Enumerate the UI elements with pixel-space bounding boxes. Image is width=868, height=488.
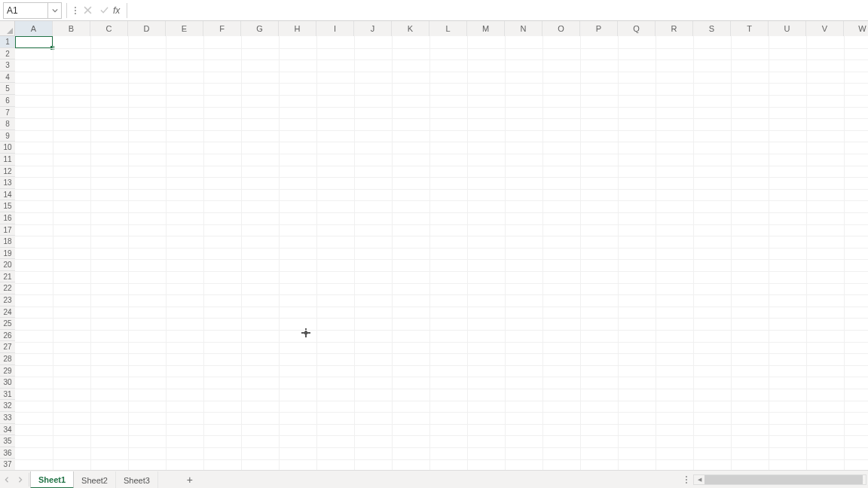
- sheet-nav-next[interactable]: [14, 471, 27, 488]
- tab-scroll-options[interactable]: [683, 472, 690, 487]
- column-header[interactable]: D: [128, 21, 166, 36]
- row-header[interactable]: 12: [0, 166, 15, 178]
- column-header[interactable]: R: [656, 21, 693, 36]
- chevron-right-icon: [17, 477, 23, 483]
- row-header[interactable]: 15: [0, 200, 15, 212]
- cancel-icon[interactable]: [79, 2, 96, 19]
- sheet-tab[interactable]: Sheet2: [74, 471, 116, 489]
- cells-area[interactable]: [15, 36, 868, 470]
- column-header[interactable]: M: [467, 21, 505, 36]
- name-box-dropdown[interactable]: [48, 2, 62, 19]
- column-header[interactable]: O: [542, 21, 580, 36]
- enter-icon[interactable]: [96, 2, 112, 19]
- row-header[interactable]: 18: [0, 236, 15, 248]
- sheet-tab[interactable]: Sheet3: [116, 471, 158, 489]
- scroll-left-icon[interactable]: ◀: [694, 475, 704, 484]
- column-header[interactable]: I: [316, 21, 354, 36]
- row-header[interactable]: 27: [0, 341, 15, 353]
- row-headers[interactable]: 1234567891011121314151617181920212223242…: [0, 36, 15, 470]
- row-header[interactable]: 14: [0, 189, 15, 201]
- column-header[interactable]: S: [693, 21, 731, 36]
- column-header[interactable]: U: [769, 21, 806, 36]
- sheet-tab[interactable]: Sheet1: [30, 471, 74, 489]
- separator: [127, 3, 127, 18]
- row-header[interactable]: 32: [0, 400, 15, 412]
- column-header[interactable]: E: [166, 21, 203, 36]
- expand-formula-icon[interactable]: [72, 2, 79, 19]
- row-header[interactable]: 30: [0, 377, 15, 389]
- horizontal-scrollbar[interactable]: ◀ ▶: [693, 474, 866, 485]
- column-header[interactable]: J: [354, 21, 392, 36]
- row-header[interactable]: 23: [0, 294, 15, 307]
- row-header[interactable]: 7: [0, 107, 15, 119]
- row-header[interactable]: 3: [0, 59, 15, 72]
- row-header[interactable]: 34: [0, 424, 15, 436]
- column-header[interactable]: A: [15, 21, 53, 36]
- separator: [29, 473, 29, 486]
- column-header[interactable]: N: [505, 21, 542, 36]
- row-header[interactable]: 20: [0, 259, 15, 271]
- column-header[interactable]: H: [279, 21, 316, 36]
- chevron-left-icon: [4, 477, 10, 483]
- row-header[interactable]: 33: [0, 412, 15, 424]
- row-header[interactable]: 4: [0, 72, 15, 84]
- row-header[interactable]: 36: [0, 447, 15, 459]
- row-header[interactable]: 5: [0, 83, 15, 95]
- column-header[interactable]: K: [392, 21, 429, 36]
- column-headers[interactable]: ABCDEFGHIJKLMNOPQRSTUVW: [15, 21, 868, 36]
- row-header[interactable]: 21: [0, 271, 15, 283]
- column-header[interactable]: W: [844, 21, 868, 36]
- row-header[interactable]: 35: [0, 435, 15, 447]
- row-header[interactable]: 13: [0, 177, 15, 189]
- row-header[interactable]: 10: [0, 142, 15, 154]
- row-header[interactable]: 37: [0, 459, 15, 470]
- column-header[interactable]: B: [53, 21, 90, 36]
- active-cell-outline[interactable]: [14, 35, 53, 49]
- formula-bar: fx: [0, 0, 868, 21]
- column-header[interactable]: V: [806, 21, 844, 36]
- row-header[interactable]: 2: [0, 48, 15, 60]
- row-header[interactable]: 22: [0, 282, 15, 294]
- column-header[interactable]: C: [90, 21, 128, 36]
- row-header[interactable]: 17: [0, 224, 15, 236]
- row-header[interactable]: 26: [0, 330, 15, 342]
- add-sheet-button[interactable]: +: [181, 471, 199, 488]
- column-header[interactable]: F: [203, 21, 241, 36]
- row-header[interactable]: 1: [0, 36, 15, 48]
- select-all-corner[interactable]: [0, 21, 15, 36]
- scroll-track[interactable]: [704, 475, 855, 484]
- scroll-thumb[interactable]: [704, 475, 863, 484]
- column-header[interactable]: T: [731, 21, 769, 36]
- fx-icon[interactable]: fx: [113, 5, 120, 16]
- row-header[interactable]: 29: [0, 365, 15, 377]
- sheet-nav-prev[interactable]: [0, 471, 14, 488]
- column-header[interactable]: L: [429, 21, 467, 36]
- separator: [66, 3, 67, 18]
- name-box[interactable]: [3, 2, 48, 19]
- row-header[interactable]: 9: [0, 130, 15, 142]
- row-header[interactable]: 11: [0, 154, 15, 166]
- column-header[interactable]: G: [241, 21, 279, 36]
- sheet-tabs: Sheet1Sheet2Sheet3: [31, 471, 158, 489]
- chevron-down-icon: [52, 8, 58, 14]
- row-header[interactable]: 24: [0, 307, 15, 319]
- row-header[interactable]: 16: [0, 212, 15, 224]
- formula-input[interactable]: [132, 2, 865, 19]
- row-header[interactable]: 6: [0, 95, 15, 107]
- sheet-tab-strip: Sheet1Sheet2Sheet3 + ◀ ▶: [0, 470, 868, 488]
- row-header[interactable]: 31: [0, 389, 15, 401]
- row-header[interactable]: 8: [0, 118, 15, 130]
- row-header[interactable]: 28: [0, 353, 15, 365]
- column-header[interactable]: Q: [618, 21, 656, 36]
- spreadsheet-grid[interactable]: ABCDEFGHIJKLMNOPQRSTUVW 1234567891011121…: [0, 21, 868, 470]
- row-header[interactable]: 25: [0, 318, 15, 330]
- row-header[interactable]: 19: [0, 248, 15, 260]
- column-header[interactable]: P: [580, 21, 618, 36]
